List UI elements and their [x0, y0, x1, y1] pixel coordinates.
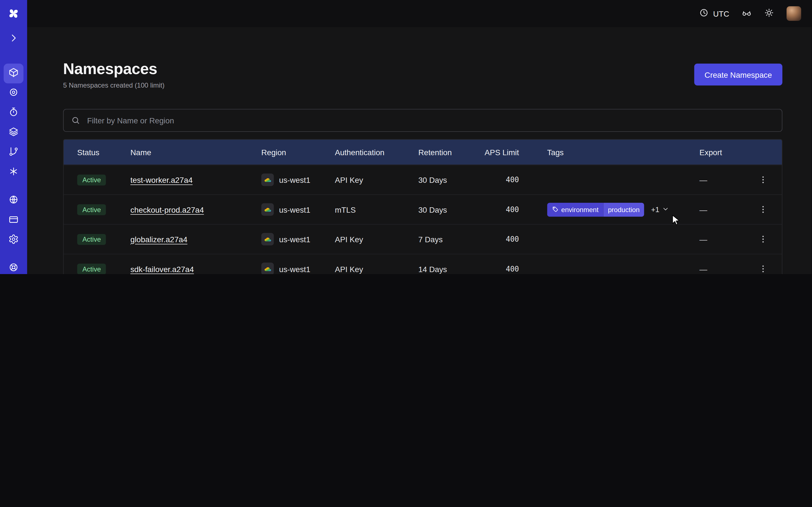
region-label: us-west1: [279, 265, 310, 273]
timezone-label: UTC: [713, 9, 729, 18]
retention-cell: 7 Days: [405, 235, 469, 243]
user-avatar[interactable]: [786, 6, 801, 21]
glasses-icon: [742, 8, 752, 20]
tags-more-count: +1: [651, 205, 659, 214]
retention-cell: 30 Days: [405, 205, 469, 214]
chevron-down-icon: [662, 205, 669, 214]
status-badge: Active: [77, 204, 106, 215]
chevron-right-icon: [8, 33, 19, 45]
sidebar-item-settings[interactable]: [4, 230, 23, 250]
column-header-tags: Tags: [534, 148, 686, 156]
page-subtitle: 5 Namespaces created (100 limit): [63, 81, 165, 90]
namespace-link[interactable]: checkout-prod.a27a4: [130, 205, 204, 214]
sidebar-item-namespaces[interactable]: [4, 64, 23, 83]
namespace-link[interactable]: globalizer.a27a4: [130, 235, 187, 243]
layers-icon: [8, 127, 19, 139]
region-label: us-west1: [279, 235, 310, 243]
sidebar-item-deployments[interactable]: [4, 123, 23, 143]
theme-toggle-button[interactable]: [764, 8, 774, 20]
tag-pill[interactable]: environment production: [547, 203, 645, 217]
region-label: us-west1: [279, 175, 310, 184]
target-icon: [8, 87, 19, 100]
gear-icon: [8, 234, 19, 246]
table-header-row: Status Name Region Authentication Retent…: [64, 140, 782, 165]
sidebar-item-regions[interactable]: [4, 191, 23, 210]
globe-icon: [8, 194, 19, 207]
export-cell: —: [686, 265, 744, 273]
card-icon: [8, 214, 19, 226]
column-header-name: Name: [117, 148, 248, 156]
row-menu-button[interactable]: [744, 264, 782, 274]
status-badge: Active: [77, 234, 106, 245]
table-row: Active sdk-failover.a27a4 us-west1 API K…: [64, 254, 782, 274]
auth-cell: API Key: [321, 265, 405, 273]
sun-icon: [764, 8, 774, 20]
app-window: $ 2.35.1 UTC Namespaces 5 Namespaces cre…: [0, 0, 812, 274]
tags-more-button[interactable]: +1: [651, 205, 669, 214]
column-header-retention: Retention: [405, 148, 469, 156]
tag-value: production: [603, 203, 645, 217]
main-content: Namespaces 5 Namespaces created (100 lim…: [27, 27, 811, 274]
aps-limit-cell: 400: [469, 205, 534, 214]
tags-cell: environment production +1: [534, 203, 686, 217]
sidebar-item-schedules[interactable]: [4, 103, 23, 123]
table-row: Active globalizer.a27a4 us-west1 API Key…: [64, 224, 782, 253]
sidebar-item-billing[interactable]: [4, 210, 23, 230]
asterisk-icon: [8, 166, 19, 179]
export-cell: —: [686, 175, 744, 184]
row-menu-button[interactable]: [744, 205, 782, 214]
branch-icon: [8, 147, 19, 159]
timezone-selector[interactable]: UTC: [699, 8, 729, 19]
column-header-region: Region: [248, 148, 321, 156]
export-cell: —: [686, 235, 744, 243]
tag-key: environment: [561, 206, 599, 214]
gcp-icon: [261, 173, 274, 186]
clock-icon: [699, 8, 709, 19]
export-cell: —: [686, 205, 744, 214]
sidebar-item-workflows[interactable]: [4, 143, 23, 163]
column-header-status: Status: [64, 148, 117, 156]
reader-mode-button[interactable]: [742, 8, 752, 20]
region-label: us-west1: [279, 205, 310, 214]
gcp-icon: [261, 233, 274, 245]
status-badge: Active: [77, 263, 106, 274]
column-header-authentication: Authentication: [321, 148, 405, 156]
table-row: Active test-worker.a27a4 us-west1 API Ke…: [64, 165, 782, 194]
temporal-logo: [7, 7, 20, 20]
sidebar-expand-button[interactable]: [4, 29, 23, 49]
table-row: Active checkout-prod.a27a4 us-west1 mTLS…: [64, 194, 782, 224]
namespace-link[interactable]: test-worker.a27a4: [130, 175, 193, 184]
filter-search: [63, 109, 782, 132]
auth-cell: API Key: [321, 175, 405, 184]
auth-cell: mTLS: [321, 205, 405, 214]
lifebuoy-icon: [8, 262, 19, 274]
topbar: UTC: [27, 0, 811, 27]
cube-icon: [8, 67, 19, 80]
filter-input[interactable]: [63, 109, 782, 132]
aps-limit-cell: 400: [469, 235, 534, 243]
aps-limit-cell: 400: [469, 265, 534, 273]
row-menu-button[interactable]: [744, 175, 782, 184]
gcp-icon: [261, 203, 274, 216]
retention-cell: 14 Days: [405, 265, 469, 273]
aps-limit-cell: 400: [469, 175, 534, 184]
column-header-aps-limit: APS Limit: [469, 148, 534, 156]
sidebar-item-spark[interactable]: [4, 163, 23, 182]
tag-icon: [552, 206, 558, 214]
column-header-export: Export: [686, 148, 744, 156]
sidebar: $ 2.35.1: [0, 0, 27, 274]
sidebar-item-support[interactable]: [4, 259, 23, 274]
auth-cell: API Key: [321, 235, 405, 243]
sidebar-item-nexus[interactable]: [4, 83, 23, 103]
namespaces-table: Status Name Region Authentication Retent…: [63, 139, 782, 274]
row-menu-button[interactable]: [744, 234, 782, 244]
timer-icon: [8, 107, 19, 119]
create-namespace-button[interactable]: Create Namespace: [694, 64, 782, 86]
page-title: Namespaces: [63, 59, 165, 78]
gcp-icon: [261, 263, 274, 274]
namespace-link[interactable]: sdk-failover.a27a4: [130, 265, 194, 273]
retention-cell: 30 Days: [405, 175, 469, 184]
status-badge: Active: [77, 174, 106, 185]
